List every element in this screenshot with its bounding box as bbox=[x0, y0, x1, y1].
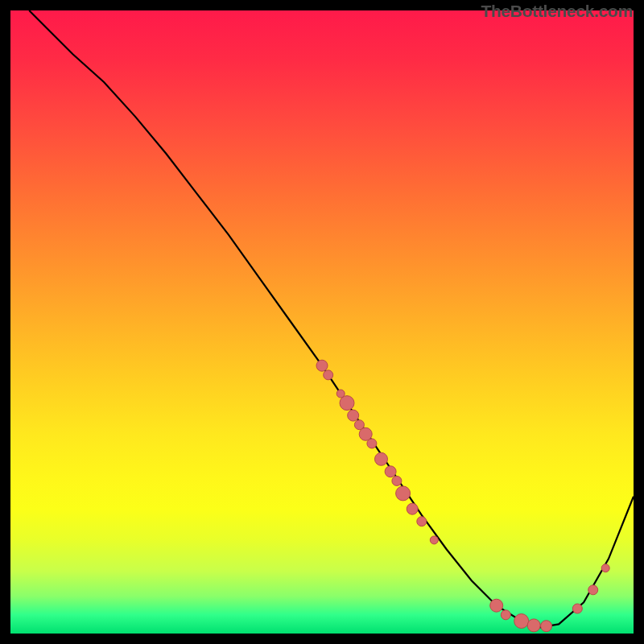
bottleneck-curve bbox=[29, 10, 634, 627]
data-point bbox=[348, 410, 359, 421]
chart-area bbox=[10, 10, 634, 634]
data-point bbox=[417, 517, 427, 526]
chart-overlay bbox=[10, 10, 634, 634]
data-point bbox=[340, 396, 354, 411]
data-point bbox=[601, 564, 609, 572]
data-point bbox=[527, 619, 540, 632]
data-points bbox=[316, 360, 609, 632]
data-point bbox=[430, 536, 438, 544]
data-point bbox=[324, 370, 333, 380]
data-point bbox=[490, 599, 503, 612]
data-point bbox=[367, 439, 377, 448]
data-point bbox=[588, 585, 598, 595]
data-point bbox=[392, 476, 402, 485]
data-point bbox=[385, 466, 396, 477]
data-point bbox=[316, 360, 328, 371]
data-point bbox=[407, 503, 418, 514]
data-point bbox=[396, 486, 411, 501]
data-point bbox=[572, 604, 582, 613]
data-point bbox=[514, 614, 529, 629]
watermark-text: TheBottleneck.com bbox=[481, 2, 633, 21]
data-point bbox=[375, 452, 388, 465]
data-point bbox=[541, 621, 552, 632]
data-point bbox=[501, 610, 510, 620]
